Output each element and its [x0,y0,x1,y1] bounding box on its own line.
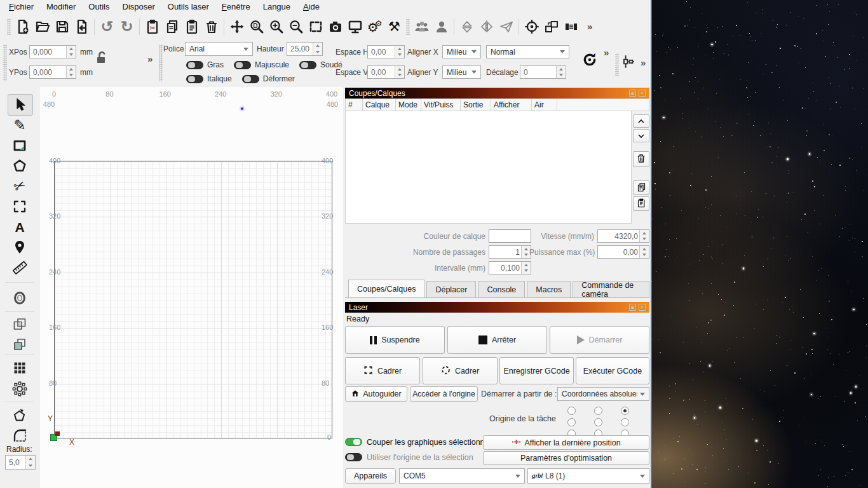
panel-close-icon[interactable]: ✕ [639,304,646,311]
menu-disposer[interactable]: Disposer [116,1,161,13]
spin-up-icon[interactable] [640,230,649,236]
majuscule-toggle[interactable] [234,61,251,69]
italique-toggle[interactable] [186,75,203,83]
import-button[interactable] [72,17,92,36]
aligner-x-combo[interactable]: Milieu [442,45,481,58]
menu-aide[interactable]: Aide [297,1,326,13]
spin-up-icon[interactable] [67,46,76,52]
cadrer-square-button[interactable]: Cadrer [345,357,420,384]
job-origin-radio-0-0[interactable] [567,407,576,415]
tool-text[interactable]: A [8,217,32,237]
spinner-buttons[interactable] [66,46,76,58]
node-toolbar-drag-handle[interactable] [615,53,619,76]
spinner-buttons[interactable] [556,66,566,78]
menu-outils[interactable]: Outils [82,1,116,13]
spin-up-icon[interactable] [395,66,404,72]
coordonnees-combo[interactable]: Coordonnées absolues [557,387,649,401]
tool-grid-array[interactable] [8,358,32,378]
tool-boolean-difference[interactable] [8,334,32,355]
spin-down-icon[interactable] [67,52,76,58]
utiliser-origine-toggle[interactable] [345,453,362,461]
new-project-button[interactable] [13,17,32,36]
tool-frame[interactable] [8,196,32,217]
align-objects-button[interactable] [541,17,561,36]
tool-polygon[interactable] [8,156,32,176]
lock-icon[interactable] [94,50,109,67]
refresh-icon[interactable] [581,51,599,71]
menu-outils-laser[interactable]: Outils laser [161,1,215,13]
column-header-vitpuiss[interactable]: Vit/Puiss [421,99,461,111]
panel-close-icon[interactable]: ✕ [639,90,646,97]
spinner-buttons[interactable] [395,46,404,58]
panel-float-icon[interactable]: ▣ [629,304,636,311]
layer-up-button[interactable] [633,114,649,128]
spin-up-icon[interactable] [522,262,531,268]
tool-measure[interactable] [8,257,32,278]
job-origin-radio-1-2[interactable] [621,418,629,426]
column-header-#[interactable]: # [346,99,363,111]
spin-down-icon[interactable] [395,72,404,79]
tool-circular-array[interactable] [8,379,32,399]
zoom-out-button[interactable] [286,17,306,36]
appareils-button[interactable]: Appareils [345,468,396,484]
spacing-overflow-chevron[interactable]: » [604,47,609,58]
passages-input[interactable]: 1 [489,245,531,259]
panel-float-icon[interactable]: ▣ [629,90,636,97]
spin-up-icon[interactable] [26,456,35,463]
spinner-buttons[interactable] [521,262,531,274]
intervalle-input[interactable]: 0,100 [489,261,531,274]
espace-h-input[interactable]: 0,00 [367,45,405,58]
copy-button[interactable] [162,17,182,36]
suspendre-button[interactable]: Suspendre [345,326,445,354]
column-header-afficher[interactable]: Afficher [491,99,532,111]
column-header-mode[interactable]: Mode [396,99,421,111]
decalage-input[interactable]: 0 [520,65,566,79]
cadrer-circle-button[interactable]: Cadrer [423,357,498,384]
open-button[interactable] [32,17,52,36]
spinner-buttons[interactable] [395,66,404,78]
puissance-input[interactable]: 0,00 [597,245,649,259]
layer-copy-button[interactable] [633,180,649,195]
settings-button[interactable]: ⚙⚙ [365,17,384,36]
account-button[interactable] [431,17,451,36]
flip-horizontal-button[interactable] [477,17,496,36]
spinner-buttons[interactable] [25,456,35,469]
accounts-button[interactable] [412,17,431,36]
menu-modifier[interactable]: Modifier [40,1,82,13]
spinner-buttons[interactable] [639,246,649,258]
spinner-buttons[interactable] [66,66,76,78]
espace-v-input[interactable]: 0,00 [367,65,405,79]
cuts-list-area[interactable] [345,111,632,224]
tab-coupes-calques[interactable]: Coupes/Calques [348,280,424,297]
frame-selection-button[interactable] [306,17,325,36]
tool-rectangle[interactable] [8,135,32,156]
couleur-calque-box[interactable] [489,229,531,243]
node-edit-icon[interactable] [620,53,637,72]
zoom-in-button[interactable] [266,17,286,36]
redo-button[interactable]: ↻ [117,17,137,36]
aligner-y-combo[interactable]: Milieu [442,65,481,79]
acceder-origine-button[interactable]: Accéder à l'origine [410,386,478,402]
tool-boolean-union[interactable] [8,314,32,334]
xpos-input[interactable]: 0,000 [29,45,76,58]
tool-rotate[interactable] [8,405,32,426]
radius-input[interactable]: 5,0 [5,455,36,470]
tab-d-placer[interactable]: Déplacer [426,281,476,297]
zoom-to-page-button[interactable] [247,17,266,36]
tool-fillet[interactable] [8,425,32,445]
column-header-sortie[interactable]: Sortie [461,99,491,111]
cut-button[interactable]: ✂ [142,17,162,36]
tool-position-laser[interactable] [8,237,32,257]
spin-down-icon[interactable] [640,236,649,243]
spin-down-icon[interactable] [67,72,76,79]
node-overflow-chevron[interactable]: » [641,57,646,68]
spin-down-icon[interactable] [557,72,566,79]
font-toolbar-drag-handle[interactable] [159,44,163,81]
menu-fen-tre[interactable]: Fenêtre [215,1,257,13]
delete-button[interactable] [201,17,221,36]
laser-position-button[interactable] [522,17,541,36]
layer-down-button[interactable] [633,129,649,142]
soud-toggle[interactable] [299,61,316,69]
hauteur-input[interactable]: 25,00 [287,42,323,56]
flip-vertical-button[interactable] [457,17,477,36]
